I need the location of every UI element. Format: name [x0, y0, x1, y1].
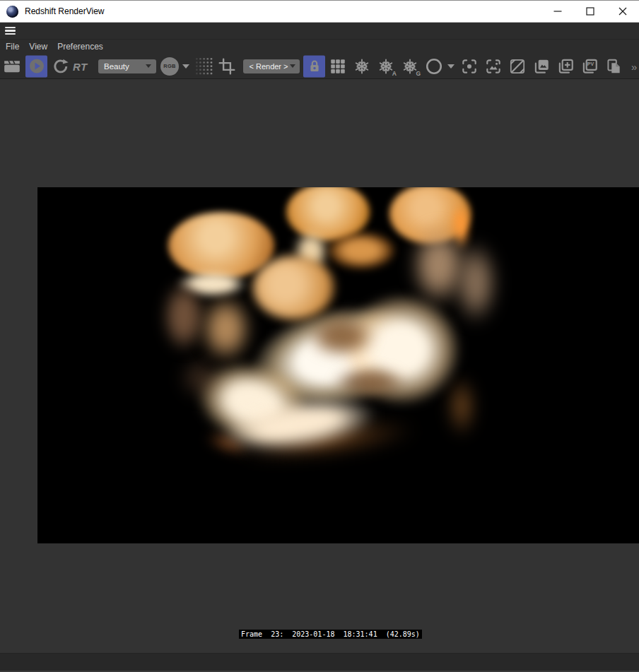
menu-preferences[interactable]: Preferences: [52, 42, 108, 52]
clapperboard-icon[interactable]: [3, 57, 21, 76]
toolbar: RT Beauty RGB < Render >: [0, 54, 639, 79]
fire-blob: [303, 312, 380, 360]
menu-view[interactable]: View: [24, 42, 52, 52]
hamburger-menu-icon[interactable]: [5, 27, 16, 35]
snowflake-a-label: A: [392, 70, 397, 77]
snapshot-add-icon[interactable]: [556, 57, 575, 76]
lock-view-button[interactable]: [303, 55, 325, 77]
fire-blob: [326, 231, 397, 270]
copy-pages-icon[interactable]: [604, 57, 623, 76]
display-mode-chevron-icon[interactable]: [182, 64, 189, 69]
focus-image-icon[interactable]: [484, 57, 503, 76]
crop-icon[interactable]: [218, 57, 236, 76]
render-camera-value: < Render >: [247, 62, 290, 71]
render-viewport: Frame 23: 2023-01-18 18:31:41 (42.89s): [0, 79, 639, 653]
redshift-renderview-window: Redshift RenderView File View Preference…: [0, 0, 639, 672]
menu-bar: File View Preferences: [0, 40, 639, 54]
render-camera-dropdown[interactable]: < Render >: [243, 59, 300, 73]
rt-toggle[interactable]: RT: [73, 60, 88, 72]
freeze-snowflake-icon[interactable]: [353, 57, 371, 76]
aov-dropdown[interactable]: Beauty: [98, 59, 156, 73]
close-icon: [619, 7, 627, 16]
rendered-image[interactable]: [37, 187, 639, 543]
chevron-down-icon: [146, 64, 151, 68]
region-chevron-icon[interactable]: [447, 64, 455, 69]
toolbar-overflow-icon[interactable]: »: [631, 60, 635, 72]
minimize-button[interactable]: [541, 1, 574, 22]
play-icon: [28, 58, 45, 75]
chevron-down-icon: [290, 64, 295, 68]
window-controls: [541, 1, 639, 22]
bucket-grid-icon[interactable]: [329, 57, 347, 76]
maximize-button[interactable]: [574, 1, 606, 22]
bottom-bar: [0, 653, 639, 672]
title-bar: Redshift RenderView: [0, 1, 639, 23]
window-title: Redshift RenderView: [25, 6, 105, 16]
maximize-icon: [586, 7, 594, 16]
display-mode-label: RGB: [163, 63, 175, 69]
freeze-global-snowflake-icon[interactable]: G: [401, 57, 419, 76]
cinema4d-app-icon: [6, 6, 18, 18]
diagonal-stripes-icon[interactable]: [508, 57, 527, 76]
freeze-aov-snowflake-icon[interactable]: A: [377, 57, 395, 76]
snowflake-g-label: G: [416, 70, 421, 77]
fire-blob: [196, 290, 256, 367]
fire-blob: [327, 364, 412, 399]
dotted-grid-icon[interactable]: [195, 57, 213, 76]
start-render-button[interactable]: [25, 55, 47, 77]
render-status-text: Frame 23: 2023-01-18 18:31:41 (42.89s): [239, 630, 422, 639]
focus-point-icon[interactable]: [460, 57, 479, 76]
close-button[interactable]: [606, 1, 639, 22]
restart-render-icon[interactable]: [52, 57, 70, 76]
pv-label: PV: [586, 59, 595, 69]
fire-blob: [168, 212, 274, 279]
hamburger-row: [0, 23, 639, 40]
display-mode-button[interactable]: RGB: [160, 57, 179, 76]
region-circle-icon[interactable]: [425, 57, 443, 76]
fire-blob: [451, 237, 500, 329]
aov-dropdown-value: Beauty: [104, 62, 129, 71]
snapshot-image-icon[interactable]: [532, 57, 551, 76]
menu-file[interactable]: File: [0, 42, 24, 52]
minimize-icon: [553, 7, 562, 16]
snapshot-pv-icon[interactable]: PV: [580, 57, 599, 76]
lock-icon: [306, 58, 323, 75]
fire-blob: [253, 256, 334, 319]
